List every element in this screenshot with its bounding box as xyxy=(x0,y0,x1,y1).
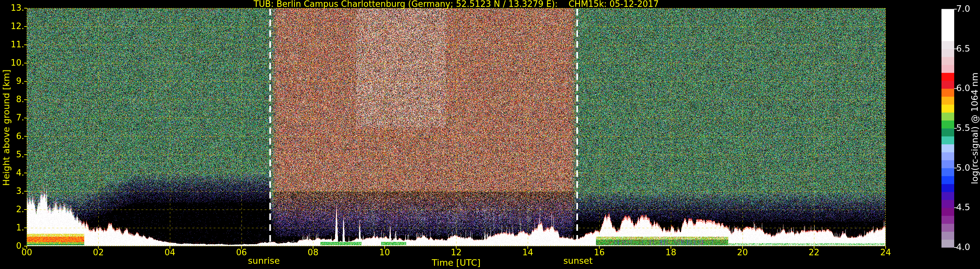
x-tick-label: 18 xyxy=(658,247,684,257)
y-tick-label: 13. xyxy=(0,3,24,13)
colorbar-tick-label: 4.0 xyxy=(956,242,979,252)
page-title: TUB: Berlin Campus Charlottenburg (Germa… xyxy=(27,0,886,9)
y-tick-label: 4. xyxy=(0,168,24,178)
x-tick-label: 08 xyxy=(300,247,326,257)
y-tick-label: 0. xyxy=(0,241,24,251)
y-tick-label: 11. xyxy=(0,40,24,49)
x-tick-label: 16 xyxy=(586,247,612,257)
x-tick-label: 14 xyxy=(515,247,541,257)
ceilometer-plot-canvas xyxy=(0,0,980,269)
colorbar-tick-label: 6.5 xyxy=(956,43,979,54)
x-tick-label: 20 xyxy=(730,247,756,257)
x-tick-label: 02 xyxy=(85,247,111,257)
y-tick-label: 9. xyxy=(0,76,24,86)
y-tick-label: 2. xyxy=(0,204,24,214)
x-axis-label: Time [UTC] xyxy=(27,258,886,268)
y-tick-label: 1. xyxy=(0,223,24,232)
y-tick-label: 5. xyxy=(0,150,24,159)
ceilometer-quicklook: TUB: Berlin Campus Charlottenburg (Germa… xyxy=(0,0,980,269)
x-tick-label: 12 xyxy=(443,247,469,257)
y-tick-label: 12. xyxy=(0,21,24,31)
x-tick-label: 24 xyxy=(873,247,899,257)
colorbar-tick-label: 5.0 xyxy=(956,162,979,173)
y-tick-label: 6. xyxy=(0,131,24,141)
x-tick-label: 06 xyxy=(229,247,255,257)
y-tick-label: 10. xyxy=(0,58,24,68)
colorbar-tick-label: 4.5 xyxy=(956,202,979,212)
x-tick-label: 10 xyxy=(372,247,398,257)
y-tick-label: 3. xyxy=(0,186,24,196)
y-tick-label: 8. xyxy=(0,94,24,104)
colorbar-tick-label: 6.0 xyxy=(956,83,979,93)
x-tick-label: 04 xyxy=(157,247,183,257)
x-tick-label: 22 xyxy=(801,247,827,257)
colorbar-tick-label: 5.5 xyxy=(956,123,979,133)
y-tick-label: 7. xyxy=(0,113,24,123)
colorbar-tick-label: 7.0 xyxy=(956,3,979,14)
